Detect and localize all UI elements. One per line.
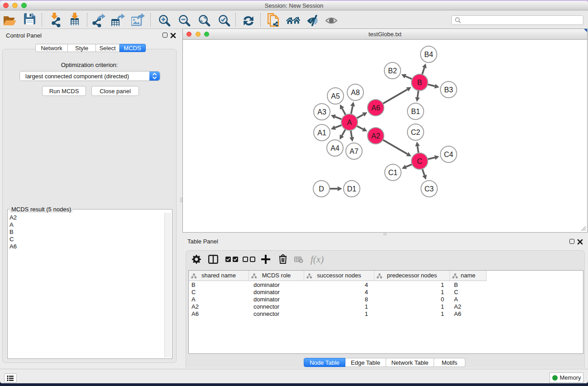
svg-text:A7: A7 bbox=[349, 148, 359, 155]
svg-text:C4: C4 bbox=[444, 151, 454, 158]
svg-text:C1: C1 bbox=[388, 169, 398, 176]
svg-text:B: B bbox=[417, 79, 422, 86]
svg-text:B4: B4 bbox=[424, 51, 433, 58]
svg-text:A2: A2 bbox=[371, 132, 380, 140]
svg-text:B3: B3 bbox=[444, 86, 453, 94]
svg-text:B2: B2 bbox=[388, 67, 397, 75]
svg-text:A5: A5 bbox=[331, 92, 340, 100]
svg-text:A8: A8 bbox=[351, 89, 360, 96]
svg-text:D: D bbox=[319, 185, 324, 193]
svg-text:C3: C3 bbox=[425, 185, 434, 193]
svg-text:A4: A4 bbox=[330, 144, 339, 152]
svg-text:A: A bbox=[347, 119, 352, 126]
svg-text:B1: B1 bbox=[411, 108, 420, 115]
svg-text:A1: A1 bbox=[317, 129, 326, 137]
svg-text:A6: A6 bbox=[371, 104, 380, 112]
svg-text:C: C bbox=[417, 157, 422, 165]
svg-text:C2: C2 bbox=[411, 129, 421, 136]
svg-text:A3: A3 bbox=[317, 108, 326, 116]
svg-text:D1: D1 bbox=[347, 185, 357, 193]
